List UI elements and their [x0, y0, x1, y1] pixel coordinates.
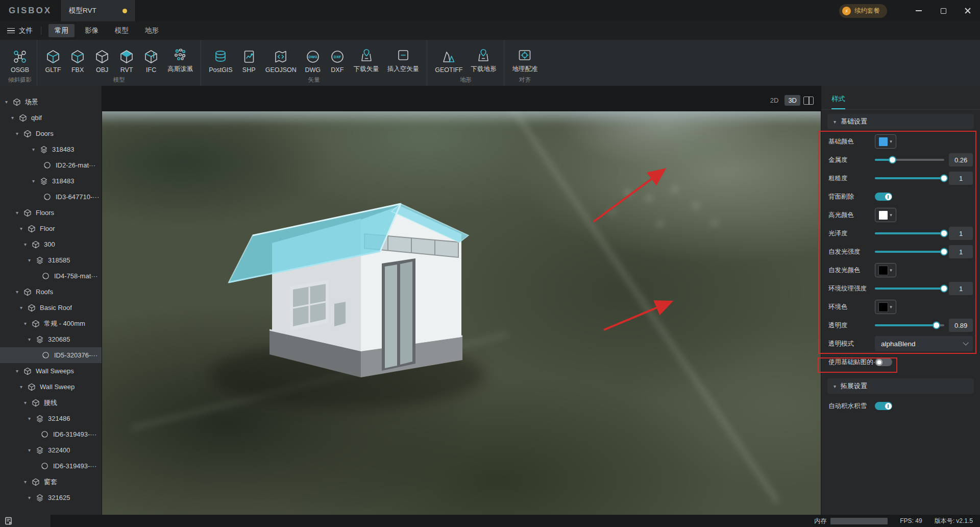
menu-tab-4[interactable]: 地形 — [139, 24, 165, 37]
toolbar-item-1-3[interactable]: RVT — [116, 47, 137, 75]
slider-knob[interactable] — [940, 230, 948, 237]
color-picker[interactable]: ▾ — [875, 134, 896, 149]
chevron-down-icon[interactable]: ▾ — [5, 99, 11, 105]
maximize-button[interactable] — [931, 0, 955, 21]
tree-item[interactable]: ▾qbif — [0, 110, 102, 126]
tree-item[interactable]: ▾常规 - 400mm — [0, 316, 102, 331]
color-picker[interactable]: ▾ — [875, 208, 896, 222]
toggle-switch[interactable] — [875, 402, 892, 410]
chevron-down-icon[interactable]: ▾ — [28, 447, 34, 453]
tree-item[interactable]: ▾Basic Roof — [0, 300, 102, 316]
tree-item[interactable]: ▾318483 — [0, 141, 102, 157]
tree-item[interactable]: ▾腰线 — [0, 395, 102, 411]
slider[interactable] — [875, 232, 944, 234]
toggle-switch[interactable] — [875, 358, 892, 366]
tree-item[interactable]: ▾Doors — [0, 126, 102, 141]
section-header-1[interactable]: ▾基础设置 — [827, 114, 974, 129]
layer-panel-icon[interactable] — [4, 516, 13, 525]
slider-knob[interactable] — [940, 248, 948, 256]
color-picker[interactable]: ▾ — [875, 300, 896, 314]
tree-item[interactable]: ▾318585 — [0, 252, 102, 268]
color-picker[interactable]: ▾ — [875, 263, 896, 277]
tree-item[interactable]: ▾300 — [0, 236, 102, 252]
chevron-down-icon[interactable]: ▾ — [28, 416, 34, 421]
chevron-down-icon[interactable]: ▾ — [28, 495, 34, 500]
menu-tab-2[interactable]: 影像 — [79, 24, 105, 37]
chevron-down-icon[interactable]: ▾ — [24, 479, 30, 485]
tab-style[interactable]: 样式 — [831, 94, 845, 109]
toolbar-item-2-5[interactable]: 下载矢量 — [351, 46, 382, 75]
chevron-down-icon[interactable]: ▾ — [24, 321, 30, 326]
renew-plan-button[interactable]: ⚡ 续约套餐 — [839, 4, 887, 18]
chevron-down-icon[interactable]: ▾ — [20, 226, 26, 231]
slider-knob[interactable] — [940, 285, 948, 293]
view-2d-button[interactable]: 2D — [767, 95, 782, 106]
toolbar-item-0-0[interactable]: OSGB — [8, 47, 32, 75]
tree-item[interactable]: ID4-758-mat··· — [0, 268, 102, 284]
tree-item[interactable]: ▾318483 — [0, 173, 102, 189]
aerial-map[interactable] — [102, 111, 821, 515]
file-menu[interactable]: 文件 — [19, 26, 33, 35]
tree-item[interactable]: ▾Roofs — [0, 284, 102, 300]
tree-item[interactable]: ▾Floors — [0, 205, 102, 221]
tree-item[interactable]: ▾Wall Sweeps — [0, 363, 102, 379]
transparency-mode-select[interactable]: alphaBlend — [875, 336, 973, 351]
viewport-3d[interactable]: 2D 3D — [102, 86, 821, 515]
document-tab[interactable]: 模型RVT — [60, 0, 136, 21]
chevron-down-icon[interactable]: ▾ — [24, 400, 30, 405]
chevron-down-icon[interactable]: ▾ — [20, 384, 26, 390]
tree-item[interactable]: ▾322400 — [0, 442, 102, 458]
menu-tab-1[interactable]: 常用 — [48, 24, 75, 37]
slider-knob[interactable] — [940, 175, 948, 182]
toggle-switch[interactable] — [875, 193, 892, 201]
chevron-down-icon[interactable]: ▾ — [11, 115, 17, 121]
slider[interactable] — [875, 251, 944, 253]
toolbar-item-3-0[interactable]: GEOTIFF — [432, 47, 465, 75]
view-3d-button[interactable]: 3D — [785, 95, 800, 106]
slider[interactable] — [875, 288, 944, 290]
chevron-down-icon[interactable]: ▾ — [20, 305, 26, 310]
section-header-2[interactable]: ▾拓展设置 — [827, 378, 974, 394]
chevron-down-icon[interactable]: ▾ — [16, 131, 22, 136]
toolbar-item-4-0[interactable]: 地理配准 — [509, 46, 540, 75]
toolbar-item-2-0[interactable]: PostGIS — [206, 47, 235, 75]
slider-knob[interactable] — [889, 156, 896, 164]
toolbar-item-1-5[interactable]: 高斯泼溅 — [165, 46, 195, 75]
tree-item[interactable]: ▾321625 — [0, 490, 102, 506]
toolbar-item-2-6[interactable]: 插入空矢量 — [385, 46, 422, 75]
slider[interactable] — [875, 159, 944, 161]
slider-knob[interactable] — [933, 322, 940, 329]
toolbar-item-1-0[interactable]: GLTF — [42, 47, 64, 75]
toolbar-item-2-3[interactable]: DWGDWG — [302, 47, 324, 75]
toolbar-item-2-2[interactable]: GEOJSON — [263, 47, 299, 75]
chevron-down-icon[interactable]: ▾ — [16, 210, 22, 215]
close-button[interactable] — [955, 0, 980, 21]
chevron-down-icon[interactable]: ▾ — [32, 178, 38, 184]
toolbar-item-1-2[interactable]: OBJ — [91, 47, 113, 75]
chevron-down-icon[interactable]: ▾ — [24, 242, 30, 247]
tree-item[interactable]: ▾场景 — [0, 94, 102, 110]
toolbar-item-1-1[interactable]: FBX — [67, 47, 88, 75]
tree-item[interactable]: ID5-320376-··· — [0, 347, 102, 363]
toolbar-item-2-1[interactable]: SHP — [238, 47, 260, 75]
chevron-down-icon[interactable]: ▾ — [28, 257, 34, 263]
toolbar-item-2-4[interactable]: DXFDXF — [327, 47, 348, 75]
tree-item[interactable]: ▾Floor — [0, 221, 102, 236]
tree-item[interactable]: ID6-319493-··· — [0, 426, 102, 442]
slider[interactable] — [875, 177, 944, 179]
tree-item[interactable]: ID6-319493-··· — [0, 458, 102, 474]
chevron-down-icon[interactable]: ▾ — [16, 289, 22, 295]
minimize-button[interactable] — [906, 0, 931, 21]
chevron-down-icon[interactable]: ▾ — [32, 147, 38, 152]
toolbar-item-1-4[interactable]: IFC — [140, 47, 162, 75]
tree-item[interactable]: ▾窗套 — [0, 474, 102, 490]
tree-item[interactable]: ▾Wall Sweep — [0, 379, 102, 395]
slider[interactable] — [875, 324, 944, 326]
house-model[interactable] — [102, 111, 821, 515]
chevron-down-icon[interactable]: ▾ — [28, 337, 34, 342]
tree-item[interactable]: ID3-647710-··· — [0, 189, 102, 205]
split-view-icon[interactable] — [803, 97, 814, 105]
chevron-down-icon[interactable]: ▾ — [16, 368, 22, 374]
tree-item[interactable]: ID2-26-mat··· — [0, 157, 102, 173]
menu-tab-3[interactable]: 模型 — [109, 24, 135, 37]
